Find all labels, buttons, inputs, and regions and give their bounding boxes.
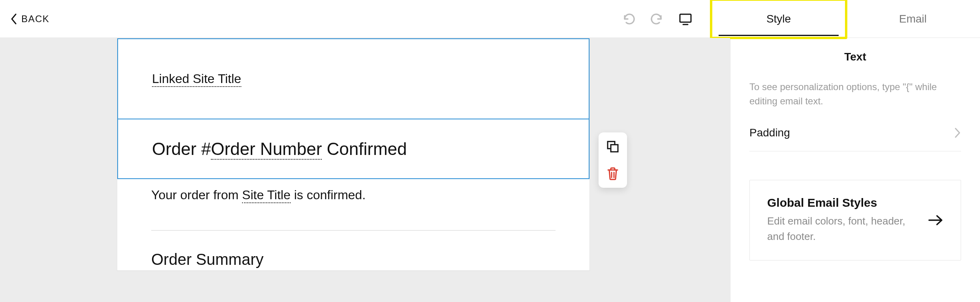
- tab-group: Style Email: [712, 0, 980, 38]
- desktop-icon: [678, 11, 693, 27]
- sidebar: Text To see personalization options, typ…: [730, 38, 980, 302]
- desktop-preview-button[interactable]: [671, 5, 700, 33]
- chevron-left-icon: [10, 13, 18, 25]
- order-summary-heading[interactable]: Order Summary: [117, 231, 590, 270]
- linked-site-title-tag[interactable]: Linked Site Title: [152, 72, 241, 87]
- global-card-texts: Global Email Styles Edit email colors, f…: [767, 196, 917, 244]
- global-email-styles-card[interactable]: Global Email Styles Edit email colors, f…: [749, 180, 961, 260]
- global-card-subtitle: Edit email colors, font, header, and foo…: [767, 213, 917, 244]
- tab-email[interactable]: Email: [846, 0, 980, 38]
- duplicate-icon: [606, 140, 620, 153]
- body-prefix: Your order from: [151, 188, 242, 202]
- block-actions: [599, 132, 627, 188]
- tab-style-label: Style: [766, 13, 791, 25]
- redo-icon: [649, 11, 665, 27]
- padding-label: Padding: [749, 126, 790, 139]
- order-heading-suffix: Confirmed: [322, 139, 407, 159]
- trash-icon: [606, 167, 619, 180]
- undo-icon: [621, 11, 636, 27]
- body-text-block[interactable]: Your order from Site Title is confirmed.: [117, 179, 590, 218]
- site-title-block[interactable]: Linked Site Title: [118, 39, 589, 119]
- topbar: BACK Style Emai: [0, 0, 980, 38]
- chevron-right-icon: [954, 127, 961, 138]
- order-number-tag[interactable]: Order Number: [211, 139, 322, 160]
- order-heading-block[interactable]: Order #Order Number Confirmed: [118, 119, 589, 179]
- site-title-tag[interactable]: Site Title: [242, 188, 291, 203]
- email-card: Linked Site Title Order #Order Number Co…: [117, 38, 590, 271]
- order-summary-label: Order Summary: [151, 251, 264, 268]
- redo-button[interactable]: [643, 5, 671, 33]
- back-label: BACK: [21, 13, 49, 25]
- duplicate-button[interactable]: [604, 138, 621, 155]
- topbar-right: Style Email: [614, 0, 980, 38]
- sidebar-heading: Text: [749, 51, 961, 63]
- personalization-hint: To see personalization options, type "{"…: [749, 80, 961, 108]
- delete-button[interactable]: [604, 165, 621, 182]
- workspace: Linked Site Title Order #Order Number Co…: [0, 38, 980, 302]
- selected-block-group[interactable]: Linked Site Title Order #Order Number Co…: [117, 38, 590, 179]
- canvas-pane: Linked Site Title Order #Order Number Co…: [0, 38, 730, 302]
- svg-rect-0: [680, 14, 691, 22]
- padding-row[interactable]: Padding: [749, 124, 961, 151]
- undo-button[interactable]: [614, 5, 643, 33]
- tab-style[interactable]: Style: [712, 0, 846, 38]
- tab-email-label: Email: [899, 13, 927, 25]
- back-button[interactable]: BACK: [0, 13, 49, 25]
- arrow-right-icon: [928, 214, 943, 226]
- body-suffix: is confirmed.: [291, 188, 366, 202]
- svg-rect-3: [611, 145, 618, 152]
- global-card-title: Global Email Styles: [767, 196, 917, 210]
- order-heading-prefix: Order #: [152, 139, 211, 159]
